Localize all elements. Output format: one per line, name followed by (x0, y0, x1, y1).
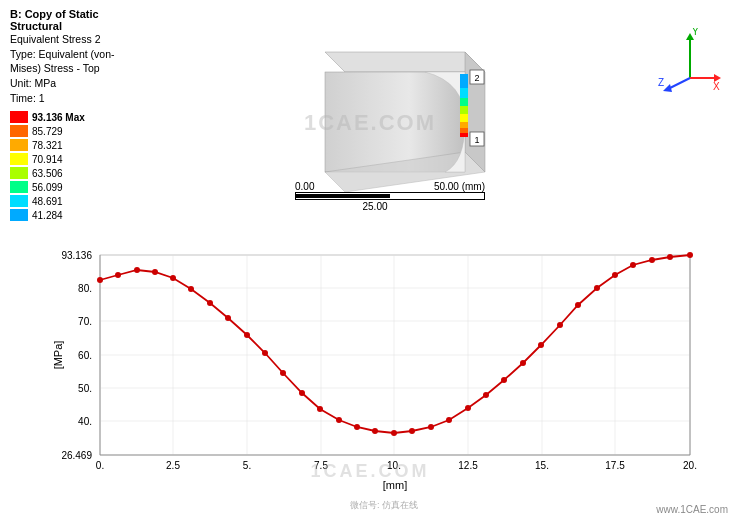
axis-indicator-svg: Y X Z (658, 28, 723, 93)
legend-label-0: 93.136 Max (32, 112, 85, 123)
svg-text:80.: 80. (78, 283, 92, 294)
data-point (207, 300, 213, 306)
svg-text:2.5: 2.5 (166, 460, 180, 471)
svg-text:X: X (713, 81, 720, 92)
scale-left: 0.00 (295, 181, 314, 192)
scale-bar-area: 0.00 50.00 (mm) 25.00 (295, 181, 485, 212)
data-point (520, 360, 526, 366)
scale-bar (295, 192, 485, 200)
chart-svg: 93.136 80. 70. 60. 50. 40. 26.469 0. 2.5… (50, 240, 710, 500)
svg-text:93.136: 93.136 (61, 250, 92, 261)
data-point (280, 370, 286, 376)
legend-color-4 (10, 167, 28, 179)
legend-item-5: 56.099 (10, 181, 140, 193)
main-container: B: Copy of Static Structural Equivalent … (0, 0, 740, 532)
data-point (667, 254, 673, 260)
data-point (483, 392, 489, 398)
legend-item-3: 70.914 (10, 153, 140, 165)
svg-rect-10 (460, 128, 468, 133)
data-point (115, 272, 121, 278)
data-point (336, 417, 342, 423)
svg-rect-9 (460, 122, 468, 128)
svg-text:[MPa]: [MPa] (52, 341, 64, 370)
legend-color-0 (10, 111, 28, 123)
data-point (317, 406, 323, 412)
data-point (575, 302, 581, 308)
data-point (262, 350, 268, 356)
legend-label-4: 63.506 (32, 168, 63, 179)
data-point (225, 315, 231, 321)
subtitle2: Type: Equivalent (von-Mises) Stress - To… (10, 47, 140, 76)
data-point (687, 252, 693, 258)
data-point (152, 269, 158, 275)
svg-rect-4 (460, 74, 468, 88)
data-point (372, 428, 378, 434)
legend-label-1: 85.729 (32, 126, 63, 137)
subtitle3: Unit: MPa (10, 76, 140, 91)
legend-item-1: 85.729 (10, 125, 140, 137)
svg-text:7.5: 7.5 (314, 460, 328, 471)
svg-text:0.: 0. (96, 460, 104, 471)
svg-text:5.: 5. (243, 460, 251, 471)
center-panel: 2 1 0.00 50.00 (mm) 25.00 (140, 8, 650, 236)
data-point (428, 424, 434, 430)
legend-color-7 (10, 209, 28, 221)
legend-color-1 (10, 125, 28, 137)
svg-text:15.: 15. (535, 460, 549, 471)
data-point (97, 277, 103, 283)
legend-label-7: 41.284 (32, 210, 63, 221)
svg-text:26.469: 26.469 (61, 450, 92, 461)
svg-marker-23 (663, 84, 672, 92)
left-panel: B: Copy of Static Structural Equivalent … (10, 8, 140, 236)
svg-rect-6 (460, 98, 468, 106)
svg-marker-0 (325, 52, 485, 72)
data-point (630, 262, 636, 268)
scale-labels: 0.00 50.00 (mm) (295, 181, 485, 192)
wechat-label: 微信号: 仿真在线 (350, 499, 418, 512)
data-point (170, 275, 176, 281)
legend-item-4: 63.506 (10, 167, 140, 179)
svg-rect-7 (460, 106, 468, 114)
data-point (188, 286, 194, 292)
data-point (244, 332, 250, 338)
svg-rect-8 (460, 114, 468, 122)
svg-text:1: 1 (474, 135, 479, 145)
svg-text:10.: 10. (387, 460, 401, 471)
legend-item-2: 78.321 (10, 139, 140, 151)
svg-text:[mm]: [mm] (383, 479, 407, 491)
svg-text:2: 2 (474, 73, 479, 83)
data-point (446, 417, 452, 423)
data-point (299, 390, 305, 396)
svg-rect-5 (460, 88, 468, 98)
data-point (134, 267, 140, 273)
data-point (409, 428, 415, 434)
legend-label-5: 56.099 (32, 182, 63, 193)
legend-item-7: 41.284 (10, 209, 140, 221)
legend-item-6: 48.691 (10, 195, 140, 207)
legend-item-0: 93.136 Max (10, 111, 140, 123)
data-point (612, 272, 618, 278)
svg-text:60.: 60. (78, 350, 92, 361)
svg-text:Z: Z (658, 77, 664, 88)
top-section: B: Copy of Static Structural Equivalent … (0, 0, 740, 240)
legend-color-6 (10, 195, 28, 207)
legend-label-6: 48.691 (32, 196, 63, 207)
svg-text:Y: Y (692, 28, 699, 37)
data-point (391, 430, 397, 436)
scale-center: 25.00 (362, 201, 387, 212)
model-svg: 2 1 (265, 32, 565, 202)
data-point (538, 342, 544, 348)
svg-text:12.5: 12.5 (458, 460, 478, 471)
website-label: www.1CAE.com (656, 504, 728, 515)
legend-label-3: 70.914 (32, 154, 63, 165)
legend-color-2 (10, 139, 28, 151)
data-point (557, 322, 563, 328)
model-area: 2 1 0.00 50.00 (mm) 25.00 (235, 32, 555, 212)
right-panel: Y X Z (650, 8, 730, 236)
legend-label-2: 78.321 (32, 140, 63, 151)
scale-right: 50.00 (mm) (434, 181, 485, 192)
data-point (649, 257, 655, 263)
svg-text:20.: 20. (683, 460, 697, 471)
data-point (501, 377, 507, 383)
data-point (594, 285, 600, 291)
